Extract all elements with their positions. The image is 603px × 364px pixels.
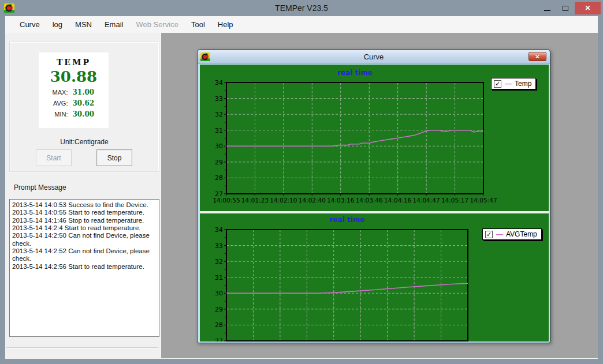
stat-row-min: MIN: 30.00 bbox=[39, 110, 109, 118]
left-panel: TEMP 30.88 MAX: 31.00 AVG: 30.62 MIN: 30… bbox=[5, 33, 161, 359]
curve-close-button[interactable]: ✕ bbox=[528, 52, 546, 61]
chart-title: real time bbox=[337, 69, 373, 77]
plot-border bbox=[226, 82, 483, 194]
log-line: 2013-5-14 14:2:4 Start to read temperatu… bbox=[12, 224, 158, 232]
menu-help[interactable]: Help bbox=[211, 17, 240, 32]
stat-row-max: MAX: 31.00 bbox=[39, 88, 109, 96]
avg-label: AVG: bbox=[46, 100, 68, 107]
y-tick-label: 29 bbox=[215, 306, 223, 313]
y-tick-label: 34 bbox=[215, 79, 223, 87]
y-tick-label: 27 bbox=[215, 337, 223, 342]
log-line: 2013-5-14 14:0:55 Start to read temperat… bbox=[12, 209, 158, 216]
min-label: MIN: bbox=[46, 111, 68, 118]
close-icon: ✕ bbox=[585, 4, 590, 12]
temp-legend-checkbox[interactable]: ✓ bbox=[494, 80, 501, 88]
avgtemp-legend: ✓ — AVGTemp bbox=[482, 228, 542, 240]
prompt-message-list[interactable]: 2013-5-14 14:0:53 Success to find the De… bbox=[9, 199, 159, 337]
series-temp bbox=[226, 130, 483, 147]
minimize-icon bbox=[544, 10, 550, 11]
log-line: 2013-5-14 14:2:50 Can not find Device, p… bbox=[12, 232, 158, 247]
current-temperature: 30.88 bbox=[39, 68, 109, 85]
x-tick-label: 14:02:40 bbox=[299, 197, 326, 204]
y-tick-label: 34 bbox=[215, 226, 223, 234]
log-line: 2013-5-14 14:1:46 Stop to read temperatu… bbox=[12, 217, 158, 224]
log-line: 2013-5-14 14:2:56 Start to read temperat… bbox=[12, 263, 158, 271]
menu-email[interactable]: Email bbox=[98, 17, 130, 32]
y-tick-label: 28 bbox=[215, 321, 223, 329]
x-tick-label: 14:03:46 bbox=[356, 197, 383, 204]
panel-divider bbox=[6, 347, 158, 348]
y-tick-label: 30 bbox=[215, 290, 223, 297]
close-button[interactable]: ✕ bbox=[575, 2, 601, 14]
series-avgtemp bbox=[226, 283, 468, 293]
y-tick-label: 29 bbox=[215, 159, 223, 166]
x-tick-label: 14:05:17 bbox=[441, 197, 468, 204]
curve-titlebar[interactable]: Curve ✕ bbox=[198, 50, 550, 64]
menu-msn[interactable]: MSN bbox=[69, 17, 98, 32]
avgtemp-chart-panel: real time3433323130292827 ✓ — AVGTemp bbox=[200, 213, 549, 342]
temp-legend-label: Temp bbox=[515, 80, 531, 88]
y-tick-label: 31 bbox=[215, 274, 223, 282]
stop-button[interactable]: Stop bbox=[96, 149, 132, 166]
maximize-icon bbox=[563, 6, 568, 11]
x-tick-label: 14:04:47 bbox=[413, 197, 440, 204]
log-line: 2013-5-14 14:2:52 Can not find Device, p… bbox=[12, 247, 158, 263]
max-value: 31.00 bbox=[73, 88, 102, 96]
maximize-button[interactable] bbox=[556, 2, 575, 14]
temper-app-window: TEMPer V23.5 ✕ Curve log MSN Email Web S… bbox=[0, 0, 603, 364]
avg-value: 30.62 bbox=[73, 99, 102, 107]
temp-legend: ✓ — Temp bbox=[491, 78, 536, 89]
temp-chart-panel: real time343332313029282714:00:5514:01:2… bbox=[200, 65, 549, 211]
mdi-client-area: Curve ✕ real time343332313029282714:00:5… bbox=[161, 33, 598, 358]
max-label: MAX: bbox=[46, 89, 68, 96]
main-titlebar: TEMPer V23.5 ✕ bbox=[0, 0, 603, 16]
y-tick-label: 31 bbox=[215, 127, 223, 134]
menu-curve[interactable]: Curve bbox=[13, 17, 46, 32]
app-logo-icon bbox=[4, 3, 14, 13]
y-tick-label: 32 bbox=[215, 258, 223, 265]
avgtemp-legend-line-icon: — bbox=[496, 230, 503, 238]
y-tick-label: 28 bbox=[215, 174, 223, 182]
curve-client-area: real time343332313029282714:00:5514:01:2… bbox=[200, 65, 549, 342]
menu-tool[interactable]: Tool bbox=[185, 17, 211, 32]
chart-title: real time bbox=[330, 216, 365, 224]
y-tick-label: 33 bbox=[215, 95, 223, 103]
y-tick-label: 30 bbox=[215, 142, 223, 150]
avgtemp-legend-label: AVGTemp bbox=[506, 230, 537, 238]
y-tick-label: 32 bbox=[215, 111, 223, 118]
minimize-button[interactable] bbox=[538, 2, 556, 14]
x-tick-label: 14:02:10 bbox=[270, 197, 297, 204]
content-area: TEMP 30.88 MAX: 31.00 AVG: 30.62 MIN: 30… bbox=[5, 33, 598, 359]
temperature-control-box: TEMP 30.88 MAX: 31.00 AVG: 30.62 MIN: 30… bbox=[9, 42, 159, 172]
min-value: 30.00 bbox=[73, 110, 102, 118]
curve-window: Curve ✕ real time343332313029282714:00:5… bbox=[197, 49, 550, 343]
avgtemp-legend-checkbox[interactable]: ✓ bbox=[485, 231, 493, 238]
curve-close-icon: ✕ bbox=[535, 54, 539, 60]
temp-heading: TEMP bbox=[39, 58, 109, 67]
x-tick-label: 14:01:23 bbox=[241, 197, 269, 204]
window-title: TEMPer V23.5 bbox=[0, 3, 603, 13]
prompt-message-label: Prompt Message bbox=[14, 183, 66, 192]
temp-legend-line-icon: — bbox=[505, 80, 512, 88]
x-tick-label: 14:05:47 bbox=[470, 197, 497, 204]
x-tick-label: 14:03:16 bbox=[327, 197, 354, 204]
unit-label: Unit:Centigrade bbox=[10, 138, 159, 146]
temperature-display: TEMP 30.88 MAX: 31.00 AVG: 30.62 MIN: 30… bbox=[39, 52, 109, 128]
start-button[interactable]: Start bbox=[36, 149, 72, 166]
x-tick-label: 14:00:55 bbox=[213, 197, 240, 204]
x-tick-label: 14:04:16 bbox=[384, 197, 411, 204]
stat-row-avg: AVG: 30.62 bbox=[39, 99, 109, 107]
menu-log[interactable]: log bbox=[46, 17, 69, 32]
curve-window-title: Curve bbox=[198, 52, 550, 61]
menu-web-service[interactable]: Web Service bbox=[129, 17, 184, 32]
y-tick-label: 33 bbox=[215, 242, 223, 250]
menubar: Curve log MSN Email Web Service Tool Hel… bbox=[5, 16, 598, 33]
log-line: 2013-5-14 14:0:53 Success to find the De… bbox=[12, 201, 158, 209]
